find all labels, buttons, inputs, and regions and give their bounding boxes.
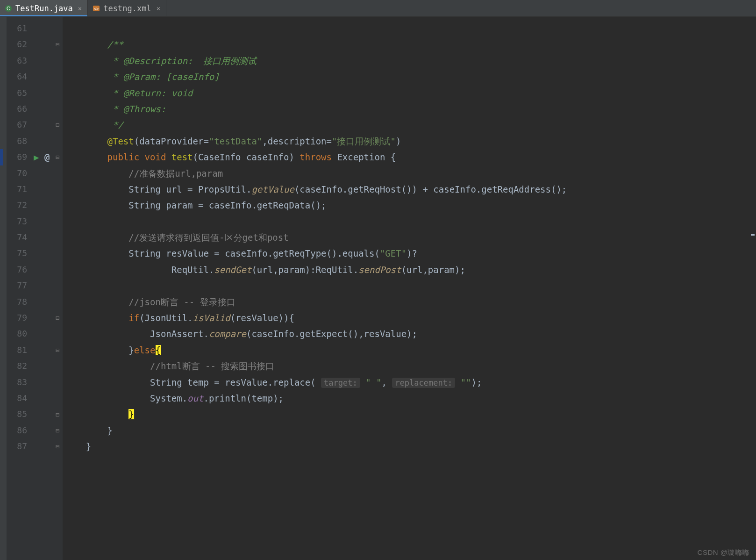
- tab-label: testng.xml: [103, 4, 151, 13]
- line-number: 86: [7, 423, 33, 438]
- fold-toggle-icon[interactable]: ⊟: [53, 117, 62, 133]
- line-number: 84: [7, 390, 33, 406]
- code-line[interactable]: * @Description: 接口用例测试: [63, 53, 749, 69]
- code-line[interactable]: System.out.println(temp);: [63, 390, 749, 406]
- close-icon[interactable]: ×: [155, 5, 162, 12]
- code-line[interactable]: }: [63, 438, 749, 454]
- fold-toggle-icon[interactable]: ⊟: [53, 438, 62, 454]
- line-number: 80: [7, 326, 33, 342]
- fold-toggle-icon[interactable]: ⊟: [53, 423, 62, 438]
- code-line[interactable]: * @Return: void: [63, 85, 749, 101]
- scrollbar-marker-strip[interactable]: [749, 17, 756, 560]
- xml-file-icon: <>: [93, 5, 100, 12]
- fold-toggle-icon[interactable]: ⊟: [53, 310, 62, 326]
- fold-toggle-icon[interactable]: ⊟: [53, 407, 62, 423]
- left-tool-strip[interactable]: [0, 17, 7, 560]
- line-number: 82: [7, 358, 33, 374]
- line-number: 72: [7, 197, 33, 213]
- code-line[interactable]: String temp = resValue.replace( target: …: [63, 374, 749, 390]
- code-area[interactable]: /** * @Description: 接口用例测试 * @Param: [ca…: [63, 17, 749, 560]
- code-line[interactable]: ReqUtil.sendGet(url,param):ReqUtil.sendP…: [63, 262, 749, 278]
- line-number: 63: [7, 53, 33, 69]
- code-line[interactable]: @Test(dataProvider="testData",descriptio…: [63, 133, 749, 149]
- line-number: 62: [7, 36, 33, 52]
- code-line[interactable]: if(JsonUtil.isValid(resValue)){: [63, 310, 749, 326]
- line-number: 71: [7, 181, 33, 197]
- line-number: 73: [7, 214, 33, 230]
- line-number: 81: [7, 342, 33, 358]
- line-number: 75: [7, 245, 33, 261]
- watermark-text: CSDN @璇嘟嘟: [698, 548, 749, 557]
- line-number: 79: [7, 310, 33, 326]
- close-icon[interactable]: ×: [76, 5, 84, 12]
- line-number: 68: [7, 133, 33, 149]
- code-line[interactable]: String resValue = caseInfo.getReqType().…: [63, 245, 749, 261]
- editor-tabbar: C TestRun.java × <> testng.xml ×: [0, 0, 756, 17]
- line-number: 64: [7, 69, 33, 85]
- editor: 6162636465666768697071727374757677787980…: [0, 17, 756, 560]
- code-line[interactable]: //html断言 -- 搜索图书接口: [63, 358, 749, 374]
- line-number: 61: [7, 21, 33, 36]
- line-number: 76: [7, 262, 33, 278]
- svg-text:C: C: [7, 6, 10, 11]
- fold-toggle-icon[interactable]: ⊟: [53, 36, 62, 52]
- line-number: 77: [7, 278, 33, 294]
- code-line[interactable]: */: [63, 117, 749, 133]
- code-line[interactable]: String url = PropsUtil.getValue(caseInfo…: [63, 181, 749, 197]
- code-line[interactable]: [63, 21, 749, 36]
- tab-label: TestRun.java: [15, 4, 73, 13]
- code-line[interactable]: /**: [63, 36, 749, 52]
- code-line[interactable]: [63, 214, 749, 230]
- code-line[interactable]: }: [63, 423, 749, 438]
- code-line[interactable]: * @Param: [caseInfo]: [63, 69, 749, 85]
- code-line[interactable]: //发送请求得到返回值-区分get和post: [63, 230, 749, 245]
- line-number: 70: [7, 165, 33, 181]
- tab-testng-xml[interactable]: <> testng.xml ×: [88, 0, 166, 16]
- line-number: 87: [7, 438, 33, 454]
- code-line[interactable]: String param = caseInfo.getReqData();: [63, 197, 749, 213]
- tab-testrun-java[interactable]: C TestRun.java ×: [0, 0, 88, 16]
- fold-toggle-icon[interactable]: ⊟: [53, 342, 62, 358]
- java-class-icon: C: [5, 5, 12, 12]
- line-number: 66: [7, 101, 33, 117]
- code-line[interactable]: //准备数据url,param: [63, 165, 749, 181]
- line-number: 65: [7, 85, 33, 101]
- run-gutter-icon[interactable]: ▶: [34, 152, 39, 162]
- line-number: 67: [7, 117, 33, 133]
- breakpoint-strip[interactable]: [0, 149, 3, 165]
- code-line[interactable]: JsonAssert.compare(caseInfo.getExpect(),…: [63, 326, 749, 342]
- annotation-gutter-icon: @: [44, 152, 50, 162]
- line-number: 78: [7, 294, 33, 310]
- line-number-gutter: 6162636465666768697071727374757677787980…: [7, 17, 33, 560]
- code-line[interactable]: //json断言 -- 登录接口: [63, 294, 749, 310]
- annotation-gutter: ⊟⊟⊟▶ @⊟⊟⊟⊟⊟: [33, 17, 63, 560]
- line-number: 85: [7, 406, 33, 422]
- code-line[interactable]: [63, 278, 749, 294]
- line-number: 83: [7, 374, 33, 390]
- line-number: 69: [7, 149, 33, 165]
- line-number: 74: [7, 230, 33, 245]
- svg-text:<>: <>: [94, 7, 99, 11]
- code-line[interactable]: * @Throws:: [63, 101, 749, 117]
- code-line[interactable]: public void test(CaseInfo caseInfo) thro…: [63, 149, 749, 165]
- code-line[interactable]: }: [63, 406, 749, 422]
- code-line[interactable]: }else{: [63, 342, 749, 358]
